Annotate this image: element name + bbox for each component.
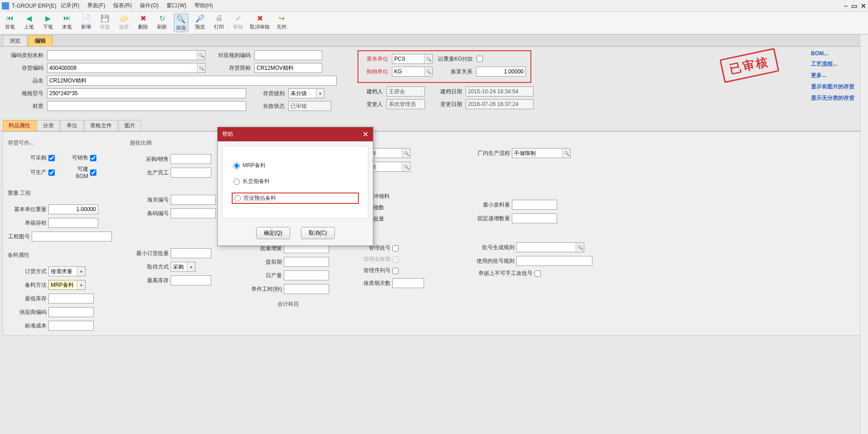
dropdown-icon[interactable]: ▾ <box>187 262 195 271</box>
radio-forecast[interactable] <box>234 195 241 202</box>
input-drawing[interactable] <box>32 231 112 241</box>
label-drawing: 工程图号 <box>8 233 30 241</box>
input-stock-code[interactable] <box>47 63 205 73</box>
input-customs[interactable] <box>171 195 216 205</box>
link-more[interactable]: 更多... <box>811 72 854 79</box>
input-std-cost[interactable] <box>48 321 94 331</box>
menu-help[interactable]: 帮助(H) <box>191 1 217 10</box>
toolbar-删除[interactable]: ✖删除 <box>136 14 150 32</box>
dialog-option-mrp[interactable]: MRP备料 <box>232 161 359 170</box>
input-over-buysale[interactable] <box>171 154 211 164</box>
dialog-title: 帮助 <box>222 130 233 138</box>
menu-operation[interactable]: 操作(O) <box>136 1 162 10</box>
toolbar-取消审核[interactable]: ✖取消审核 <box>250 14 270 32</box>
input-lead[interactable] <box>284 257 329 267</box>
toolbar-首笔[interactable]: ⏮首笔 <box>3 14 17 32</box>
label-modifier: 变更人 <box>358 101 385 108</box>
toolbar-末笔[interactable]: ⏭末笔 <box>60 14 74 32</box>
subtab-unit[interactable]: 单位 <box>61 120 83 131</box>
checkbox-purchasable[interactable] <box>48 155 55 161</box>
input-min-stock[interactable] <box>48 294 94 304</box>
input-max-stock[interactable] <box>171 275 211 285</box>
toolbar-icon: 🧽 <box>119 14 129 23</box>
checkbox-nomodify[interactable] <box>534 270 541 277</box>
checkbox-sellable[interactable] <box>90 155 96 161</box>
input-min-order[interactable] <box>171 248 211 258</box>
input-barcode[interactable] <box>171 208 216 218</box>
input-supplier[interactable] <box>48 307 94 317</box>
input-day-prod[interactable] <box>284 270 329 280</box>
tab-edit[interactable]: 编辑 <box>28 35 52 46</box>
minimize-icon[interactable]: – <box>844 2 848 10</box>
input-unit-sec[interactable] <box>284 284 329 294</box>
input-incstep[interactable] <box>512 213 557 223</box>
checkbox-mg-batch[interactable] <box>392 245 399 251</box>
input-material[interactable] <box>47 101 246 111</box>
subtab-category[interactable]: 分类 <box>37 120 60 131</box>
input-ratio[interactable] <box>476 67 526 77</box>
lookup-icon[interactable]: 🔍 <box>197 63 205 72</box>
toolbar-预览[interactable]: 🔎预览 <box>193 14 207 32</box>
lookup-icon[interactable]: 🔍 <box>562 149 570 158</box>
toolbar-下笔[interactable]: ▶下笔 <box>41 14 55 32</box>
toolbar-新增[interactable]: 📄新增 <box>79 14 93 32</box>
input-minsend[interactable] <box>512 200 557 210</box>
input-stock-short[interactable] <box>254 63 322 73</box>
input-base-weight[interactable] <box>48 204 98 214</box>
menu-record[interactable]: 记录(R) <box>57 1 83 10</box>
toolbar-icon: ✔ <box>234 14 243 23</box>
menu-interface[interactable]: 界面(F) <box>84 1 109 10</box>
input-shelf-days[interactable] <box>392 278 424 288</box>
link-no-category[interactable]: 显示无分类的存货 <box>811 94 854 102</box>
input-name[interactable] <box>47 76 337 86</box>
link-process[interactable]: 工艺流程... <box>811 60 854 68</box>
dialog-body: MRP备料 长交期备料 营业预估备料 <box>222 146 368 219</box>
subtab-material-attr[interactable]: 料品属性 <box>3 120 36 131</box>
maximize-icon[interactable]: ▭ <box>851 2 857 10</box>
input-spec[interactable] <box>47 88 246 98</box>
menu-window[interactable]: 窗口(W) <box>163 1 190 10</box>
checkbox-buildbom[interactable] <box>90 169 96 176</box>
dropdown-icon[interactable]: ▾ <box>77 267 85 276</box>
link-bom[interactable]: BOM... <box>811 50 854 57</box>
dropdown-icon[interactable]: ▾ <box>77 280 85 289</box>
toolbar-刷新[interactable]: ↻刷新 <box>155 14 169 32</box>
lookup-icon[interactable]: 🔍 <box>402 149 410 158</box>
subtab-qualification[interactable]: 资格文件 <box>84 120 118 131</box>
label-material: 材质 <box>5 102 45 110</box>
dialog-close-icon[interactable]: ✕ <box>362 130 368 139</box>
radio-mrp[interactable] <box>234 163 240 169</box>
scrollbar-vertical[interactable] <box>860 34 868 336</box>
checkbox-mg-serial[interactable] <box>392 268 399 274</box>
lookup-icon[interactable]: 🔍 <box>424 67 432 76</box>
link-with-image[interactable]: 显示有图片的存货 <box>811 83 854 91</box>
toolbar-打印[interactable]: 🖨打印 <box>212 14 226 32</box>
input-over-prodfin[interactable] <box>171 168 211 178</box>
lookup-icon[interactable]: 🔍 <box>402 162 410 171</box>
input-code-class[interactable] <box>47 50 205 60</box>
subtab-image[interactable]: 图片 <box>119 120 141 131</box>
dialog-option-forecast[interactable]: 营业预估备料 <box>232 193 359 204</box>
input-used-batch[interactable] <box>516 256 592 266</box>
lookup-icon[interactable]: 🔍 <box>197 51 205 60</box>
close-icon[interactable]: ✕ <box>861 2 866 10</box>
dialog-option-longlead[interactable]: 长交期备料 <box>232 177 359 186</box>
checkbox-weight-pay[interactable] <box>477 56 483 62</box>
dialog-ok-button[interactable]: 确定(Q) <box>256 227 290 239</box>
toolbar-筛选[interactable]: 🔍筛选 <box>174 14 188 32</box>
radio-longlead[interactable] <box>234 178 240 185</box>
lookup-icon[interactable]: 🔍 <box>424 54 432 63</box>
toolbar-label: 关闭 <box>277 24 286 30</box>
input-rule-code[interactable] <box>254 50 322 60</box>
label-stock-method: 备料方法 <box>8 281 47 289</box>
input-batch-rule[interactable] <box>516 242 584 252</box>
input-box[interactable] <box>48 218 98 228</box>
checkbox-producible[interactable] <box>48 169 55 176</box>
toolbar-上笔[interactable]: ◀上笔 <box>22 14 36 32</box>
menu-report[interactable]: 报表(R) <box>110 1 135 10</box>
tab-browse[interactable]: 浏览 <box>3 35 27 46</box>
lookup-icon[interactable]: 🔍 <box>576 243 584 252</box>
toolbar-关闭[interactable]: ↪关闭 <box>274 14 289 32</box>
dropdown-icon[interactable]: ▾ <box>316 89 324 98</box>
dialog-cancel-button[interactable]: 取消(C) <box>301 227 335 239</box>
